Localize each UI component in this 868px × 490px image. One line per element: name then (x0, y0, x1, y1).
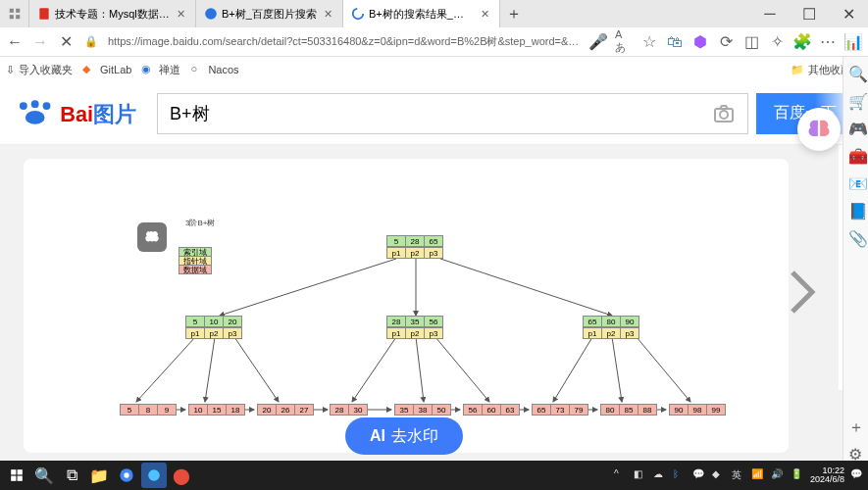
new-tab-button[interactable]: ＋ (500, 4, 528, 24)
loading-icon (351, 7, 365, 21)
svg-rect-3 (16, 15, 20, 19)
bookmark-gitlab[interactable]: ◆ GitLab (82, 63, 131, 76)
svg-line-19 (205, 337, 215, 402)
tray-wifi-icon[interactable]: 📶 (751, 468, 765, 482)
favorite-icon[interactable]: ☆ (640, 33, 658, 51)
next-image-button[interactable] (784, 263, 821, 321)
notifications-icon[interactable]: 💬 (850, 468, 864, 482)
minimize-button[interactable]: ─ (750, 0, 790, 27)
voice-icon[interactable]: 🎤 (589, 33, 607, 51)
split-screen-icon[interactable]: ◫ (742, 33, 760, 51)
sidebar-item[interactable]: 🛒 (848, 92, 864, 108)
stop-button[interactable]: ✕ (57, 33, 75, 51)
svg-line-25 (612, 337, 622, 402)
record-icon[interactable]: ⬤ (169, 463, 194, 488)
search-input[interactable] (170, 103, 712, 123)
bookmark-nacos[interactable]: ○ Nacos (190, 63, 238, 76)
diagram-title: 3阶B+树 (185, 218, 215, 228)
start-button[interactable] (4, 463, 29, 488)
sidebar-item[interactable]: 🧰 (848, 147, 864, 163)
main-content: 3阶B+树 索引域 指针域 数据域 (0, 145, 868, 461)
collections-icon[interactable]: ✧ (768, 33, 786, 51)
edge-icon[interactable] (141, 463, 167, 488)
menu-icon[interactable]: ⋯ (819, 33, 837, 51)
extensions-icon[interactable]: 🧩 (793, 33, 811, 51)
sidebar-item[interactable]: 📘 (848, 202, 864, 218)
ai-assistant-float[interactable] (797, 108, 841, 151)
browser-tab-2[interactable]: B+树_百度图片搜索 ✕ (196, 0, 343, 27)
copilot-icon[interactable]: 📊 (844, 33, 862, 51)
browser-tab-0[interactable] (0, 0, 29, 27)
window-controls: ─ ☐ ✕ (750, 0, 868, 27)
task-view-icon[interactable]: ⧉ (59, 463, 84, 488)
svg-point-41 (148, 469, 160, 481)
bookmarks-bar: ⇩ 导入收藏夹 ◆ GitLab ◉ 禅道 ○ Nacos 📁 其他收藏夹 (0, 57, 868, 82)
svg-text:图片: 图片 (93, 101, 136, 125)
edge-sidebar: 🔍 🛒 🎮 🧰 📧 📘 📎 ＋ ⚙ (842, 57, 868, 461)
svg-point-5 (205, 8, 217, 20)
tab-label: B+树的搜索结果_百度图片搜索 (369, 7, 474, 22)
svg-line-22 (416, 337, 424, 402)
tray-bluetooth-icon[interactable]: ᛒ (673, 468, 687, 482)
sidebar-item[interactable]: 🔍 (848, 65, 864, 80)
sidebar-item[interactable]: 🎮 (848, 120, 864, 135)
import-icon: ⇩ (6, 64, 15, 76)
tray-network-icon[interactable]: ◧ (634, 468, 647, 482)
svg-point-9 (43, 102, 51, 110)
svg-point-7 (20, 102, 27, 110)
svg-point-8 (31, 100, 39, 108)
tray-battery-icon[interactable]: 🔋 (791, 468, 804, 482)
remove-watermark-button[interactable]: AI 去水印 (345, 417, 463, 455)
back-button[interactable]: ← (6, 33, 24, 51)
import-bookmarks[interactable]: ⇩ 导入收藏夹 (6, 63, 73, 77)
gitlab-icon: ◆ (82, 63, 96, 76)
clock[interactable]: 10:22 2024/6/8 (810, 466, 844, 484)
tray-app-icon[interactable]: ◆ (712, 468, 726, 482)
explorer-icon[interactable]: 📁 (86, 463, 112, 488)
svg-line-26 (637, 337, 690, 402)
ai-label: 去水印 (391, 426, 438, 447)
sidebar-item[interactable]: 📧 (848, 174, 864, 190)
taskbar: 🔍 ⧉ 📁 ⬤ ^ ◧ ☁ ᛒ 💬 ◆ 英 📶 🔊 🔋 10:22 2024/6… (0, 461, 868, 490)
tray-volume-icon[interactable]: 🔊 (771, 468, 785, 482)
chrome-icon[interactable] (114, 463, 139, 488)
workspace-icon (8, 7, 22, 21)
tray-wechat-icon[interactable]: 💬 (692, 468, 706, 482)
sidebar-item[interactable]: 📎 (848, 229, 864, 245)
browser-tab-3[interactable]: B+树的搜索结果_百度图片搜索 ✕ (343, 0, 500, 27)
sidebar-add[interactable]: ＋ (848, 417, 864, 433)
search-box[interactable] (157, 93, 748, 134)
sidebar-settings-icon[interactable]: ⚙ (848, 445, 864, 461)
forward-button[interactable]: → (31, 33, 49, 51)
tray-chevron-icon[interactable]: ^ (614, 468, 628, 482)
close-icon[interactable]: ✕ (478, 7, 491, 21)
shopping-icon[interactable]: 🛍 (666, 33, 684, 51)
system-tray: ^ ◧ ☁ ᛒ 💬 ◆ 英 📶 🔊 🔋 10:22 2024/6/8 💬 (614, 466, 864, 484)
camera-icon[interactable] (712, 102, 736, 125)
url-field[interactable]: https://image.baidu.com/search/detail?ct… (108, 34, 582, 49)
baidu-image-logo[interactable]: Bai 图片 (14, 94, 149, 133)
brain-icon (137, 222, 167, 252)
close-icon[interactable]: ✕ (174, 7, 187, 21)
tray-onedrive-icon[interactable]: ☁ (653, 468, 667, 482)
lock-icon: 🔒 (82, 33, 100, 51)
bplus-tree-diagram: 3阶B+树 索引域 指针域 数据域 (24, 159, 789, 453)
legend-data: 数据域 (179, 265, 212, 274)
pdf-icon (37, 7, 51, 21)
baidu-icon (204, 7, 218, 21)
svg-line-23 (435, 337, 489, 402)
import-label: 导入收藏夹 (19, 63, 73, 77)
close-icon[interactable]: ✕ (321, 7, 334, 21)
svg-rect-1 (16, 9, 20, 13)
tray-ime-icon[interactable]: 英 (732, 468, 745, 482)
bookmark-label: GitLab (100, 64, 131, 75)
clock-date: 2024/6/8 (810, 475, 844, 484)
refresh-icon[interactable]: ⟳ (717, 33, 735, 51)
extension-icon[interactable]: ⬢ (691, 33, 709, 51)
close-window-button[interactable]: ✕ (829, 0, 868, 27)
text-size-icon[interactable]: Aあ (615, 33, 633, 51)
bookmark-zentao[interactable]: ◉ 禅道 (141, 63, 180, 77)
browser-tab-1[interactable]: 技术专题：Mysql数据库（视图... ✕ (29, 0, 196, 27)
maximize-button[interactable]: ☐ (790, 0, 829, 27)
search-taskbar-icon[interactable]: 🔍 (31, 463, 57, 488)
